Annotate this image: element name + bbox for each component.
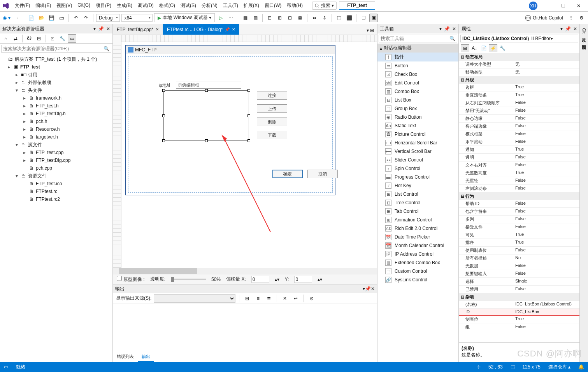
toolbox-item[interactable]: ⟷Horizontal Scroll Bar (377, 139, 458, 147)
props-object-combo[interactable]: IDC_ListBox (Listbox Control) ILBEditor … (460, 35, 578, 42)
collapse-icon[interactable]: ⊟ (35, 34, 43, 43)
toolbox-item[interactable]: ⬚Custom Control (377, 267, 458, 275)
events-button[interactable]: ⚡ (489, 44, 497, 52)
toolbox-item[interactable]: ab|Edit Control (377, 79, 458, 87)
user-avatar[interactable]: XH (529, 2, 537, 10)
refresh-icon[interactable]: 🗘 (25, 34, 33, 43)
dialog-window[interactable]: MFC_FTP ip地址 示例编辑框 连接 上传 (125, 45, 335, 195)
tab-output[interactable]: 输出 (138, 352, 154, 362)
open-button[interactable]: 📂 (37, 14, 46, 22)
delete-button[interactable]: 删除 (257, 118, 287, 126)
close-icon[interactable]: ✕ (573, 26, 577, 32)
tab-overflow-button[interactable]: ▾ ⊞ (363, 26, 377, 35)
out-clear[interactable]: ✕ (281, 294, 289, 303)
config-combo[interactable]: Debug (96, 14, 120, 22)
prop-row[interactable]: 透明False (459, 154, 579, 161)
toolbox-item[interactable]: ⟵Vertical Scroll Bar (377, 147, 458, 156)
tree-row[interactable]: ▸🗎pch.h (1, 118, 112, 125)
dialog-body[interactable]: ip地址 示例编辑框 连接 上传 删除 下载 确定 (128, 56, 333, 193)
new-button[interactable]: 📄 (27, 14, 35, 22)
menu-item[interactable]: 扩展(X) (241, 1, 262, 11)
document-tab[interactable]: FTPtest.rc ...LOG - Dialog*📌✕ (163, 24, 239, 35)
space1-button[interactable]: ⇔ (310, 14, 319, 22)
toolbox-item[interactable]: ⊞Animation Control (377, 216, 458, 224)
minimize-button[interactable]: ─ (541, 1, 555, 11)
prop-row[interactable]: 水平滚动False (459, 138, 579, 146)
prop-row[interactable]: 通知True (459, 146, 579, 154)
prop-row[interactable]: 文本右对齐False (459, 161, 579, 169)
ip-edit[interactable]: 示例编辑框 (176, 81, 241, 89)
props-icon[interactable]: 🔧 (58, 34, 67, 43)
menu-item[interactable]: 调试(D) (135, 1, 156, 11)
tree-row[interactable]: ▸🗎Resource.h (1, 125, 112, 133)
toolbox-item[interactable]: ▭Button (377, 61, 458, 70)
toolbox-item[interactable]: ▬Progress Control (377, 173, 458, 181)
tree-row[interactable]: ▾🗀头文件 (1, 86, 112, 94)
cancel-button[interactable]: 取消 (307, 170, 338, 178)
proto-image-check[interactable]: 原型图像 : (117, 276, 145, 283)
toolbox-item[interactable]: ♯Hot Key (377, 181, 458, 190)
prop-row[interactable]: 所有者描述No (459, 254, 579, 262)
tree-row[interactable]: ▸🗎FTP_testDlg.h (1, 110, 112, 118)
menu-item[interactable]: 窗口(W) (262, 1, 284, 11)
prop-row[interactable]: 无整数高度True (459, 169, 579, 177)
tree-row[interactable]: 🗎FTP_test.ico (1, 180, 112, 188)
prop-row[interactable]: 帮助 IDFalse (459, 200, 579, 208)
menu-item[interactable]: 文件(F) (12, 1, 32, 11)
tree-row[interactable]: ▸🗎FTP_testDlg.cpp (1, 156, 112, 164)
git-changes-tab[interactable]: Git 更改 (580, 26, 588, 36)
toolbox-item[interactable]: ◉Radio Button (377, 113, 458, 121)
out-wrap[interactable]: ↩ (291, 294, 300, 303)
tree-row[interactable]: ▸🗎framework.h (1, 94, 112, 102)
prop-row[interactable]: 想要键输入False (459, 270, 579, 278)
redo-button[interactable]: ↷ (82, 14, 90, 22)
start-debug-button[interactable]: ▶本地 Windows 调试器 ▾ (154, 13, 215, 22)
space2-button[interactable]: ⇕ (320, 14, 329, 22)
toolbox-item[interactable]: ⊟List Box (377, 96, 458, 104)
toolbox-item[interactable]: ⊟Tree Control (377, 198, 458, 207)
copilot-button[interactable]: GitHub Copilot (525, 15, 563, 21)
alpha-button[interactable]: A↓ (470, 44, 479, 52)
prop-row[interactable]: 从右到左阅读顺序False (459, 99, 579, 107)
prop-category[interactable]: ⊟ 行为 (459, 193, 579, 200)
design-canvas[interactable]: MFC_FTP ip地址 示例编辑框 连接 上传 (121, 42, 377, 268)
prop-row[interactable]: 边框True (459, 84, 579, 91)
menu-item[interactable]: 编辑(E) (33, 1, 53, 11)
resource-view-tab[interactable]: 资源视图 (580, 40, 588, 43)
solution-search[interactable]: 🔍 (1, 45, 111, 53)
preview-icon[interactable]: ▭ (68, 34, 76, 43)
prop-row[interactable]: 模式框架False (459, 130, 579, 138)
out-btn1[interactable]: ⊟ (243, 294, 251, 303)
panel-dropdown-icon[interactable]: ▾ (439, 26, 442, 32)
save-button[interactable]: 💾 (47, 14, 56, 22)
prop-row[interactable]: 排序True (459, 239, 579, 247)
toolbox-item[interactable]: ⊞List Control (377, 190, 458, 198)
start-nodbg-button[interactable]: ▷ (216, 14, 225, 22)
nav-fwd-button[interactable]: → (12, 14, 21, 22)
share-button[interactable]: ⇪ (567, 14, 576, 22)
upload-button[interactable]: 上传 (257, 104, 287, 113)
prop-row[interactable]: 垂直滚动条True (459, 91, 579, 99)
prop-row[interactable]: 客户端边缘False (459, 123, 579, 130)
pin-icon[interactable]: 📌 (98, 26, 104, 32)
maximize-button[interactable]: ☐ (556, 1, 570, 11)
panel-dropdown-icon[interactable]: ▾ (93, 26, 96, 32)
repo-picker[interactable]: 选择仓库 ▴ (548, 364, 570, 370)
prop-row[interactable]: 可见True (459, 231, 579, 239)
close-button[interactable]: ✕ (572, 1, 586, 11)
size1-button[interactable]: ⬚ (335, 14, 343, 22)
nav-back-button[interactable]: ◉ ▾ (2, 14, 11, 22)
prop-row[interactable]: 调整大小类型无 (459, 61, 579, 68)
toolbox-item[interactable]: ⬚Group Box (377, 104, 458, 113)
toolbox-search-input[interactable] (381, 36, 449, 41)
tree-row[interactable]: ▸🗎targetver.h (1, 133, 112, 141)
out-btn2[interactable]: ≡ (254, 294, 262, 303)
toolbox-item[interactable]: ☑Check Box (377, 70, 458, 79)
undo-button[interactable]: ↶ (72, 14, 80, 22)
prop-row[interactable]: 已禁用False (459, 286, 579, 293)
document-tab[interactable]: FTP_testDlg.cpp*✕ (113, 24, 163, 35)
toolbox-item[interactable]: 2.0Rich Edit 2.0 Control (377, 224, 458, 233)
panel-dropdown-icon[interactable]: ▾ (560, 26, 563, 32)
menu-item[interactable]: 测试(S) (178, 1, 198, 11)
prop-row[interactable]: 左侧滚动条False (459, 185, 579, 193)
